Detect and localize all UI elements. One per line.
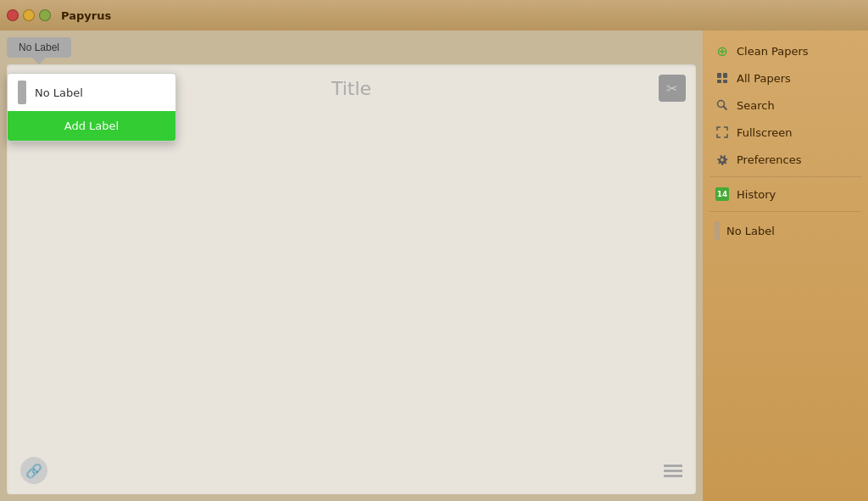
- sidebar: ⊕ Clean Papers All Papers Search: [703, 31, 868, 501]
- no-label-button[interactable]: No Label: [7, 37, 71, 58]
- sidebar-item-all-papers[interactable]: All Papers: [703, 64, 868, 92]
- no-label-color-bar: [715, 221, 720, 240]
- sidebar-item-search[interactable]: Search: [703, 92, 868, 119]
- paper-title: Title: [331, 78, 371, 99]
- sidebar-item-history[interactable]: 14 History: [703, 181, 868, 208]
- sidebar-item-clean-papers[interactable]: ⊕ Clean Papers: [703, 37, 868, 64]
- window-controls: [7, 9, 51, 21]
- paper-image-icon: [659, 75, 686, 102]
- content-area: No Label No Label Add Label Title 🔗: [0, 31, 703, 501]
- all-papers-label: All Papers: [737, 72, 791, 85]
- no-label-sidebar-label: No Label: [726, 225, 775, 237]
- sidebar-divider-1: [709, 176, 861, 177]
- close-button[interactable]: [7, 9, 19, 21]
- clean-papers-label: Clean Papers: [737, 45, 809, 58]
- svg-rect-1: [723, 73, 727, 78]
- maximize-button[interactable]: [39, 9, 51, 21]
- sidebar-item-preferences[interactable]: Preferences: [703, 146, 868, 173]
- search-icon: [715, 97, 730, 113]
- fullscreen-icon: [715, 125, 730, 140]
- window-title: Papyrus: [61, 9, 111, 22]
- titlebar: Papyrus: [0, 0, 868, 31]
- dropdown-item-nolabel[interactable]: No Label: [8, 74, 175, 111]
- paper-link-icon[interactable]: 🔗: [20, 457, 47, 484]
- history-icon: 14: [715, 186, 730, 202]
- sidebar-item-no-label[interactable]: No Label: [703, 215, 868, 246]
- history-label: History: [737, 188, 776, 201]
- preferences-icon: [715, 152, 730, 167]
- sidebar-divider-2: [709, 211, 861, 212]
- minimize-button[interactable]: [23, 9, 35, 21]
- fullscreen-label: Fullscreen: [737, 126, 792, 139]
- svg-rect-3: [723, 80, 727, 83]
- main-container: No Label No Label Add Label Title 🔗: [0, 31, 868, 501]
- dropdown-item-label: No Label: [35, 86, 83, 99]
- paper-bottom-bar: 🔗: [7, 457, 696, 484]
- sidebar-item-fullscreen[interactable]: Fullscreen: [703, 119, 868, 146]
- all-papers-icon: [715, 70, 730, 86]
- clean-papers-icon: ⊕: [715, 43, 730, 58]
- svg-rect-0: [717, 73, 721, 78]
- search-label: Search: [737, 99, 775, 112]
- label-color-bar: [18, 81, 26, 104]
- label-button-wrapper: No Label No Label Add Label: [7, 37, 696, 58]
- paper-list-icon[interactable]: [664, 465, 682, 477]
- preferences-label: Preferences: [737, 153, 801, 166]
- add-label-button[interactable]: Add Label: [8, 111, 175, 141]
- svg-rect-2: [717, 80, 721, 83]
- svg-line-5: [724, 107, 727, 110]
- label-dropdown: No Label Add Label: [7, 73, 176, 142]
